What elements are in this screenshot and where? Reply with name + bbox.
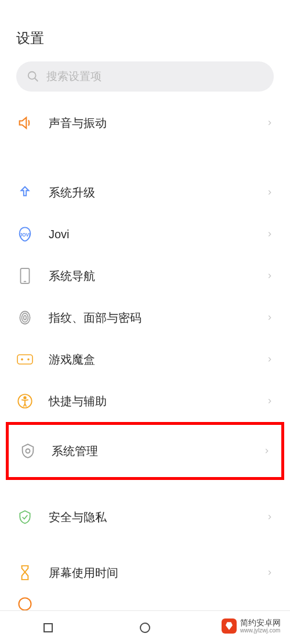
settings-item-jovi[interactable]: JOVI Jovi [0, 213, 290, 255]
chevron-right-icon [266, 314, 274, 322]
item-label: 系统导航 [49, 268, 266, 284]
shield-icon [16, 508, 34, 526]
item-label: 游戏魔盒 [49, 352, 266, 368]
svg-rect-16 [44, 624, 52, 632]
item-label: 快捷与辅助 [49, 394, 266, 409]
nav-recent-icon[interactable] [41, 621, 55, 635]
svg-point-6 [22, 313, 28, 322]
svg-text:JOVI: JOVI [20, 232, 31, 238]
settings-item-upgrade[interactable]: 系统升级 [0, 172, 290, 213]
sound-icon [16, 114, 34, 132]
watermark-url: www.jylzwj.com [240, 627, 281, 634]
search-icon [27, 70, 39, 83]
highlight-box: 系统管理 [6, 422, 284, 480]
navigation-icon [16, 267, 34, 285]
chevron-right-icon [266, 355, 274, 363]
page-title: 设置 [0, 0, 290, 57]
svg-point-0 [28, 72, 36, 79]
svg-point-11 [28, 359, 29, 360]
settings-item-sound[interactable]: 声音与振动 [0, 102, 290, 144]
settings-item-security[interactable]: 安全与隐私 [0, 496, 290, 538]
search-placeholder: 搜索设置项 [46, 69, 102, 84]
item-label: 指纹、面部与密码 [49, 310, 266, 326]
settings-item-gamebox[interactable]: 游戏魔盒 [0, 339, 290, 380]
settings-item-biometric[interactable]: 指纹、面部与密码 [0, 297, 290, 339]
item-label: 系统升级 [49, 185, 266, 201]
item-label: 声音与振动 [49, 115, 266, 131]
nav-home-icon[interactable] [138, 621, 152, 635]
watermark-badge-icon [222, 618, 237, 634]
hourglass-icon [16, 564, 34, 581]
fingerprint-icon [16, 309, 34, 326]
system-mgmt-icon [19, 442, 37, 460]
item-label: 系统管理 [52, 443, 263, 459]
item-label: 屏幕使用时间 [49, 565, 266, 581]
chevron-right-icon [266, 188, 274, 197]
settings-item-system-mgmt[interactable]: 系统管理 [9, 425, 281, 477]
svg-point-14 [26, 449, 30, 453]
settings-item-accessibility[interactable]: 快捷与辅助 [0, 380, 290, 422]
settings-item-navigation[interactable]: 系统导航 [0, 255, 290, 297]
item-label: 安全与隐私 [49, 510, 266, 525]
jovi-icon: JOVI [16, 225, 34, 243]
svg-point-13 [24, 396, 26, 399]
svg-line-1 [35, 78, 38, 82]
svg-rect-8 [17, 355, 32, 364]
watermark-name: 简约安卓网 [240, 618, 281, 627]
watermark: 简约安卓网 www.jylzwj.com [218, 616, 284, 636]
search-bar[interactable]: 搜索设置项 [16, 61, 274, 92]
settings-item-screentime[interactable]: 屏幕使用时间 [0, 552, 290, 594]
gamebox-icon [16, 351, 34, 368]
svg-point-7 [24, 315, 26, 320]
accessibility-icon [16, 392, 34, 410]
chevron-right-icon [266, 230, 274, 238]
chevron-right-icon [266, 569, 274, 577]
svg-point-15 [19, 598, 31, 610]
svg-point-17 [140, 623, 150, 632]
chevron-right-icon [266, 513, 274, 521]
chevron-right-icon [266, 119, 274, 127]
chevron-right-icon [263, 447, 271, 455]
item-label: Jovi [49, 228, 266, 241]
chevron-right-icon [266, 397, 274, 405]
upgrade-icon [16, 184, 34, 201]
chevron-right-icon [266, 272, 274, 280]
